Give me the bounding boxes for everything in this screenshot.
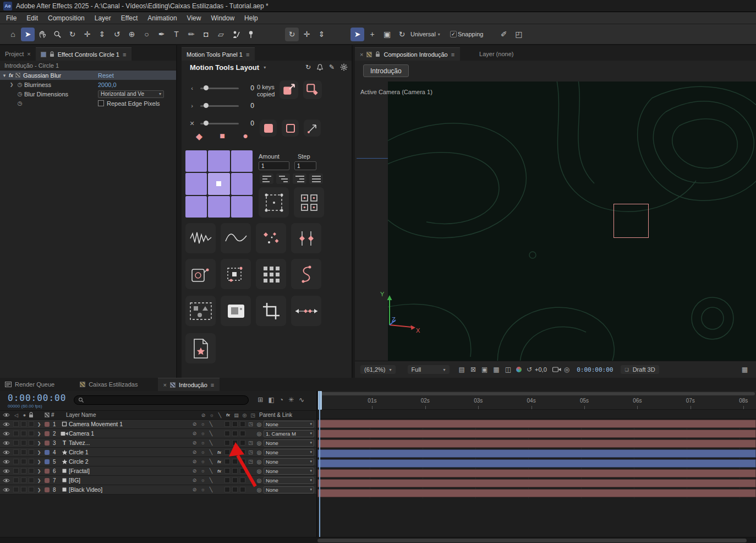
solo-cell[interactable] [21,459,26,464]
lock-cell[interactable] [29,468,34,474]
expand-arrow-icon[interactable]: ❯ [35,459,43,464]
frame-blend-cell[interactable] [224,431,230,436]
solo-column-icon[interactable]: ● [20,412,29,418]
snapshot-icon[interactable] [221,296,251,326]
menu-help[interactable]: Help [239,12,263,24]
shy-switch[interactable]: ⊘ [190,487,199,492]
layer-name[interactable]: [BG] [69,477,190,484]
audio-cell[interactable] [13,468,19,474]
expand-arrow-icon[interactable]: ❯ [35,431,43,436]
selection-region-icon[interactable] [259,187,289,218]
layout-dropdown-caret-icon[interactable]: ▾ [264,65,266,70]
stopwatch-icon[interactable]: ◷ [15,82,24,88]
menu-file[interactable]: File [1,12,21,24]
tab-effect-controls[interactable]: Effect Controls Circle 1 ≡ [36,47,132,61]
resolution-dropdown[interactable]: Full▾ [408,365,450,374]
quality-switch[interactable]: ╲ [207,440,215,446]
layer-visibility-toggle[interactable] [0,441,12,446]
layer-row[interactable]: ❯6[Fractal]⊘☼╲fx◎None▾ [0,466,316,476]
parent-dropdown[interactable]: None▾ [264,458,314,465]
layer-name[interactable]: Camera Movement 1 [69,421,190,427]
dolly-camera-tool-icon[interactable]: ⇕ [95,28,109,41]
collapse-switch[interactable]: ☼ [199,487,207,492]
brush-tool-icon[interactable]: ✏ [184,28,198,41]
audio-cell[interactable] [13,477,19,483]
tab-motion-tools[interactable]: Motion Tools Panel 1 ≡ [182,47,255,61]
zoom-dropdown[interactable]: (61,2%)▾ [360,365,396,374]
quality-switch[interactable]: ╲ [207,449,215,455]
slider-value[interactable]: 0 [242,120,254,127]
adjustment-cell[interactable] [240,421,245,427]
timeline-graph-area[interactable]: 01s02s03s04s05s06s07s08s [316,391,756,537]
layer-row[interactable]: ❯5Circle 2⊘☼╲fx◳◎None▾ [0,457,316,466]
frame-blend-cell[interactable] [224,421,230,427]
parent-dropdown[interactable]: None▾ [264,468,314,475]
blur-dimensions-dropdown[interactable]: Horizontal and Ve ▾ [98,90,164,98]
zoom-tool-icon[interactable] [51,28,64,41]
draw-path-icon[interactable]: ✐ [497,28,511,41]
work-area-bar[interactable] [319,392,755,395]
gear-icon[interactable] [340,63,348,71]
grid-cell[interactable] [231,196,253,218]
layer-name[interactable]: Camera 1 [69,430,190,437]
pen-tool-icon[interactable]: ✒ [155,28,168,41]
composition-viewport[interactable] [388,82,756,361]
panel-menu-icon[interactable]: ≡ [211,382,215,388]
lock-column-icon[interactable] [29,412,37,418]
roto-brush-tool-icon[interactable] [229,28,243,41]
quality-switch[interactable]: ╲ [207,487,215,492]
eraser-tool-icon[interactable]: ▱ [214,28,228,41]
layer-visibility-toggle[interactable] [0,469,12,474]
layer-name[interactable]: Circle 2 [69,458,190,465]
purple-grid-button[interactable] [185,150,253,218]
shy-column-icon[interactable]: ⊘ [199,412,207,418]
current-timecode[interactable]: 0:00:00:00 [8,393,66,403]
quality-column-icon[interactable]: ╲ [216,412,224,418]
bounding-dots-icon[interactable] [221,259,251,289]
grid-cell[interactable] [208,173,229,194]
tab-composition[interactable]: × Composition Introdução ≡ [355,47,460,61]
pencil-icon[interactable]: ✎ [329,63,335,71]
preview-timecode[interactable]: 0:00:00:00 [577,366,613,373]
home-icon[interactable]: ⌂ [6,28,20,41]
diamond-shape-icon[interactable]: ◆ [194,131,205,142]
collapse-switch[interactable]: ☼ [199,477,207,483]
tab-render-queue[interactable]: Render Queue [0,378,59,391]
close-tab-icon[interactable]: × [163,382,166,388]
property-row-blur-dimensions[interactable]: ◷ Blur Dimensions Horizontal and Ve ▾ [0,89,176,99]
slider-knob[interactable] [204,121,209,126]
square-shape-icon[interactable]: ■ [217,131,228,142]
grid-cell[interactable] [185,173,207,194]
dolly-toward-cursor-tool-icon[interactable]: ⇕ [315,28,328,41]
pan-under-cursor-tool-icon[interactable]: ✛ [300,28,314,41]
copy-keys-icon[interactable] [280,80,298,99]
time-ruler[interactable]: 01s02s03s04s05s06s07s08s [317,391,756,410]
marquee-shapes-icon[interactable] [185,296,216,326]
tab-layer-none[interactable]: Layer (none) [474,47,518,61]
property-row-blurriness[interactable]: ❯ ◷ Blurriness 2000,0 [0,80,176,89]
selection-tool-icon[interactable]: ➤ [21,28,35,41]
adjustment-cell[interactable] [240,431,245,436]
exposure-value[interactable]: +0,0 [535,366,547,373]
orbit-camera-tool-icon[interactable]: ↻ [65,28,79,41]
menu-edit[interactable]: Edit [21,12,43,24]
align-right-icon[interactable] [293,173,306,184]
frame-blend-toggle-icon[interactable]: ◔ [280,396,283,404]
region-of-interest-icon[interactable]: ▣ [481,366,487,373]
layer-row[interactable]: ❯8[Black Video]⊘☼╲◎None▾ [0,485,316,495]
audio-column-icon[interactable]: ◁ [12,412,20,418]
universal-add-icon[interactable]: + [365,28,379,41]
align-justify-icon[interactable] [309,173,323,184]
label-color-chip[interactable] [45,431,50,436]
property-row-repeat-edge[interactable]: ◷ Repeat Edge Pixels [0,99,176,108]
mask-toggle-icon[interactable]: ⊠ [470,366,476,373]
layer-selection-outline[interactable] [613,204,649,238]
bell-icon[interactable] [316,63,324,71]
type-tool-icon[interactable]: T [169,28,183,41]
solo-cell[interactable] [21,421,26,427]
label-color-chip[interactable] [45,459,50,464]
3d-switch[interactable]: ◳ [246,421,255,427]
layer-visibility-toggle[interactable] [0,422,12,427]
snapshot-view-icon[interactable]: ◫ [505,366,511,373]
shy-switch[interactable]: ⊘ [190,449,199,455]
